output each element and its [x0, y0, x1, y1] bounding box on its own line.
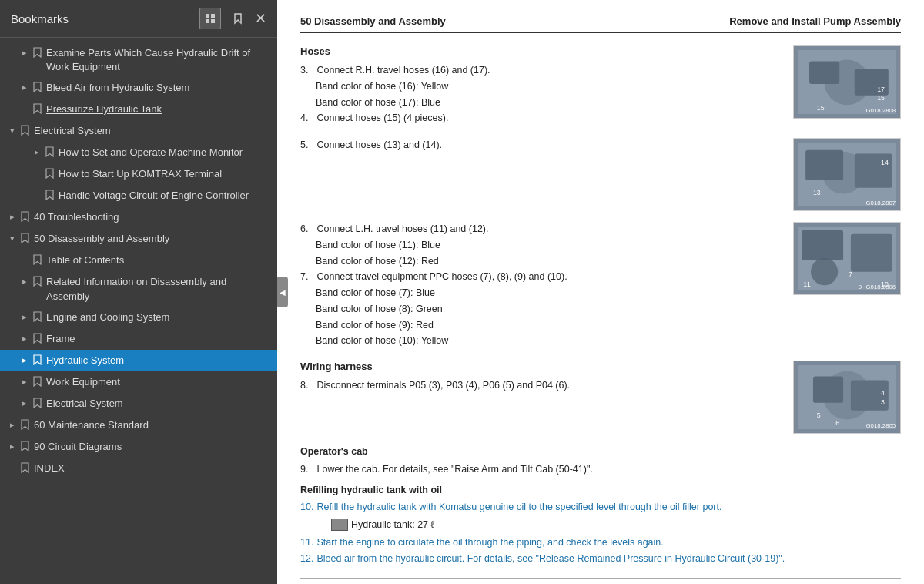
bookmark-item-related-info[interactable]: ▸Related Information on Disassembly and …	[0, 271, 277, 306]
bookmark-icon-how-start	[43, 168, 55, 179]
panel-collapse-button[interactable]: ◀	[277, 277, 288, 307]
image-4: G018.2805 4 3 5 6	[793, 361, 901, 434]
bookmark-icon-handle-voltage	[43, 190, 55, 200]
hoses3-section: 6. Connect L.H. travel hoses (11) and (1…	[300, 222, 901, 350]
bookmark-item-handle-voltage[interactable]: Handle Voltage Circuit of Engine Control…	[0, 185, 277, 206]
bookmark-item-how-start[interactable]: How to Start Up KOMTRAX Terminal	[0, 163, 277, 185]
bookmark-item-maintenance[interactable]: ▸60 Maintenance Standard	[0, 415, 277, 436]
bookmark-item-examine[interactable]: ▸Examine Parts Which Cause Hydraulic Dri…	[0, 42, 277, 77]
hoses-text: Hoses 3. Connect R.H. travel hoses (16) …	[300, 45, 782, 127]
step-10: 10. Refill the hydraulic tank with Komat…	[300, 500, 901, 515]
bookmark-icon-how-set	[43, 146, 55, 157]
svg-text:14: 14	[881, 159, 889, 166]
chevron-icon-troubleshooting: ▸	[6, 211, 18, 223]
bookmark-icon-disassembly	[18, 233, 31, 243]
bookmark-item-frame[interactable]: ▸Frame	[0, 328, 277, 350]
refill-title: Refilling hydraulic tank with oil	[300, 483, 901, 498]
bookmark-label-troubleshooting: 40 Troubleshooting	[34, 210, 271, 224]
bookmark-label-index: INDEX	[34, 461, 271, 475]
bookmark-icon-examine	[31, 47, 43, 58]
chevron-icon-maintenance: ▸	[6, 419, 18, 431]
hoses2-text: 5. Connect hoses (13) and (14).	[300, 138, 782, 154]
operators-cab-title: Operator's cab	[300, 445, 901, 459]
bookmark-item-electrical-system[interactable]: ▾Electrical System	[0, 120, 277, 142]
step-4: 4. Connect hoses (15) (4 pieces).	[300, 111, 782, 126]
step-9: 9. Lower the cab. For details, see "Rais…	[300, 462, 901, 477]
bookmark-item-circuit[interactable]: ▸90 Circuit Diagrams	[0, 436, 277, 458]
svg-text:17: 17	[877, 86, 885, 93]
bookmark-item-bleed-air[interactable]: ▸Bleed Air from Hydraulic System	[0, 77, 277, 99]
svg-text:G018.2808: G018.2808	[865, 107, 896, 114]
sidebar-close-button[interactable]: ✕	[255, 10, 266, 27]
bookmark-list: ▸Examine Parts Which Cause Hydraulic Dri…	[0, 38, 277, 584]
step-7: 7. Connect travel equipment PPC hoses (7…	[300, 270, 782, 284]
step-12: 12. Bleed air from the hydraulic circuit…	[300, 552, 901, 566]
bookmark-item-work-equipment[interactable]: ▸Work Equipment	[0, 371, 277, 393]
bookmark-icon-pressurize	[31, 103, 43, 114]
bookmark-icon-maintenance	[18, 419, 31, 430]
bookmark-item-disassembly[interactable]: ▾50 Disassembly and Assembly	[0, 228, 277, 250]
oil-can-icon	[331, 519, 348, 531]
bookmark-icon-related-info	[31, 276, 43, 287]
step-11: 11. Start the engine to circulate the oi…	[300, 535, 901, 550]
bookmark-item-pressurize[interactable]: Pressurize Hydraulic Tank	[0, 99, 277, 120]
bookmark-label-examine: Examine Parts Which Cause Hydraulic Drif…	[46, 45, 271, 74]
bookmark-label-maintenance: 60 Maintenance Standard	[34, 418, 271, 432]
hoses-section: Hoses 3. Connect R.H. travel hoses (16) …	[300, 45, 901, 127]
bookmark-item-index[interactable]: INDEX	[0, 458, 277, 479]
chevron-icon-related-info: ▸	[18, 276, 31, 287]
step-3-a: Band color of hose (16): Yellow	[300, 79, 782, 94]
sidebar-tools: ✕	[199, 8, 266, 29]
svg-text:3: 3	[881, 398, 885, 406]
svg-text:10: 10	[881, 280, 889, 288]
chevron-icon-work-equipment: ▸	[18, 376, 31, 388]
image-1: G018.2808 15 17 15	[793, 45, 901, 119]
bookmark-icon-circuit	[18, 441, 31, 451]
hoses-title: Hoses	[300, 45, 782, 57]
svg-text:G018.2805: G018.2805	[865, 422, 896, 429]
svg-text:13: 13	[813, 189, 821, 196]
bookmark-item-hydraulic-system[interactable]: ▸Hydraulic System	[0, 350, 277, 371]
svg-rect-1	[211, 14, 215, 18]
bookmark-label-hydraulic-system: Hydraulic System	[46, 353, 271, 368]
doc-header-left: 50 Disassembly and Assembly	[300, 15, 446, 27]
bookmark-icon-engine-cooling	[31, 311, 43, 322]
chevron-icon-frame: ▸	[18, 333, 31, 344]
chevron-icon-circuit: ▸	[6, 441, 18, 452]
svg-text:15: 15	[817, 104, 825, 112]
step-5: 5. Connect hoses (13) and (14).	[300, 138, 782, 153]
sidebar-title: Bookmarks	[11, 12, 69, 25]
bookmark-manage-button[interactable]	[227, 8, 249, 29]
svg-rect-16	[805, 150, 843, 180]
svg-rect-0	[206, 14, 209, 18]
svg-point-25	[811, 258, 838, 285]
thumbnail-view-button[interactable]	[199, 8, 221, 29]
wiring-section: Wiring harness 8. Disconnect terminals P…	[300, 361, 901, 434]
step-3-b: Band color of hose (17): Blue	[300, 96, 782, 110]
wiring-text: Wiring harness 8. Disconnect terminals P…	[300, 361, 782, 394]
svg-rect-7	[809, 62, 839, 84]
sidebar: Bookmarks ✕ ▸Examine Parts Which Cause H…	[0, 0, 277, 584]
bookmark-icon-electrical-system	[18, 125, 31, 136]
hoses2-section: 5. Connect hoses (13) and (14). G018.280…	[300, 138, 901, 211]
bookmark-item-troubleshooting[interactable]: ▸40 Troubleshooting	[0, 206, 277, 228]
image-2: G018.2807 14 13	[793, 138, 901, 211]
svg-text:7: 7	[849, 270, 852, 278]
bookmark-item-engine-cooling[interactable]: ▸Engine and Cooling System	[0, 307, 277, 328]
bookmark-label-frame: Frame	[46, 331, 271, 346]
bookmark-label-engine-cooling: Engine and Cooling System	[46, 310, 271, 324]
step-7-c: Band color of hose (9): Red	[300, 318, 782, 333]
chevron-icon-examine: ▸	[18, 47, 31, 59]
bookmark-label-handle-voltage: Handle Voltage Circuit of Engine Control…	[59, 188, 271, 203]
bookmark-item-how-set[interactable]: ▸How to Set and Operate Machine Monitor	[0, 142, 277, 163]
bookmark-label-disassembly: 50 Disassembly and Assembly	[34, 231, 271, 246]
bookmark-label-pressurize: Pressurize Hydraulic Tank	[46, 102, 271, 116]
chevron-icon-electrical-system-2: ▸	[18, 398, 31, 409]
bookmark-icon-work-equipment	[31, 376, 43, 387]
sidebar-header: Bookmarks ✕	[0, 0, 277, 38]
doc-footer: SK715-8E0 50-69	[300, 578, 901, 584]
chevron-icon-disassembly: ▾	[6, 233, 18, 244]
bookmark-label-how-set: How to Set and Operate Machine Monitor	[59, 145, 271, 159]
bookmark-item-table-contents[interactable]: Table of Contents	[0, 250, 277, 271]
bookmark-item-electrical-system-2[interactable]: ▸Electrical System	[0, 393, 277, 415]
